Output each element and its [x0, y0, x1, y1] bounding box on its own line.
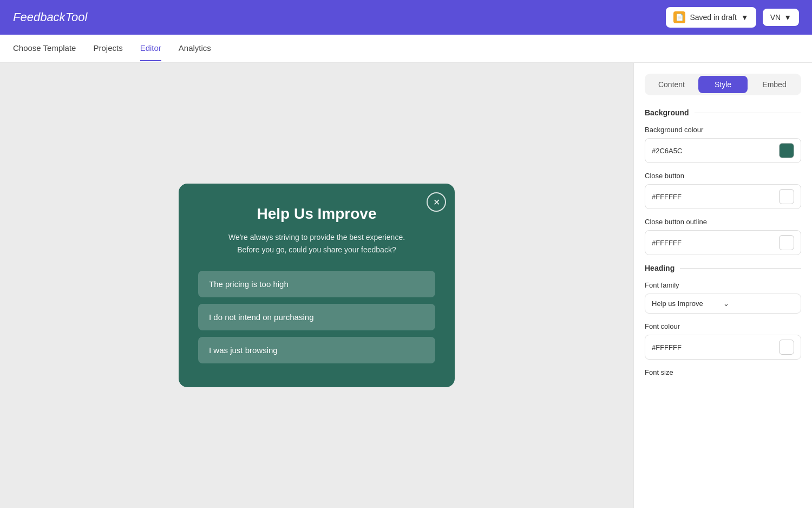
navigation: Choose Template Projects Editor Analytic…	[0, 35, 812, 63]
close-button-outline-input-group	[645, 230, 801, 255]
font-family-dropdown[interactable]: Help us Improve ⌄	[645, 294, 801, 314]
main-content: ✕ Help Us Improve We're always striving …	[0, 63, 812, 508]
font-colour-field: Font colour	[645, 322, 801, 360]
background-section-header: Background	[645, 108, 801, 117]
font-colour-label: Font colour	[645, 322, 801, 330]
canvas: ✕ Help Us Improve We're always striving …	[0, 63, 633, 508]
header: FeedbackTool 📄 Saved in draft ▼ VN ▼	[0, 0, 812, 35]
header-right: 📄 Saved in draft ▼ VN ▼	[666, 7, 799, 28]
font-family-chevron-icon: ⌄	[723, 299, 795, 308]
font-colour-swatch[interactable]	[779, 340, 794, 355]
saved-draft-label: Saved in draft	[690, 13, 736, 22]
heading-section-title: Heading	[645, 264, 675, 272]
logo-text-italic: Tool	[66, 10, 88, 24]
font-family-label: Font family	[645, 281, 801, 289]
background-colour-label: Background colour	[645, 126, 801, 134]
option-browsing[interactable]: I was just browsing	[198, 337, 435, 363]
saved-draft-chevron-icon: ▼	[741, 13, 749, 22]
logo: FeedbackTool	[13, 10, 87, 24]
close-button-outline-field: Close button outline	[645, 218, 801, 255]
background-colour-input-group	[645, 138, 801, 163]
close-button-field: Close button	[645, 172, 801, 209]
widget-description: We're always striving to provide the bes…	[198, 231, 435, 256]
font-colour-input-group	[645, 335, 801, 360]
font-colour-input[interactable]	[652, 343, 774, 351]
background-colour-input[interactable]	[652, 147, 774, 155]
background-section-title: Background	[645, 108, 689, 117]
close-button-input-group	[645, 184, 801, 209]
background-section-divider	[695, 113, 801, 113]
option-pricing[interactable]: The pricing is too high	[198, 271, 435, 297]
draft-icon: 📄	[673, 11, 685, 23]
font-family-value: Help us Improve	[652, 299, 723, 308]
language-label: VN	[770, 13, 781, 22]
tab-embed[interactable]: Embed	[750, 76, 799, 93]
close-button-swatch[interactable]	[779, 189, 794, 204]
tab-content[interactable]: Content	[647, 76, 696, 93]
close-button-outline-input[interactable]	[652, 239, 774, 247]
background-colour-swatch[interactable]	[779, 143, 794, 158]
close-button-label: Close button	[645, 172, 801, 180]
language-chevron-icon: ▼	[784, 13, 791, 22]
close-button-outline-swatch[interactable]	[779, 235, 794, 250]
heading-section-header: Heading	[645, 264, 801, 272]
widget-close-button[interactable]: ✕	[427, 192, 446, 212]
right-panel: Content Style Embed Background Backgroun…	[633, 63, 812, 508]
font-size-label: Font size	[645, 368, 801, 376]
close-x-icon: ✕	[433, 197, 440, 207]
panel-tabs: Content Style Embed	[645, 74, 801, 95]
option-not-purchasing[interactable]: I do not intend on purchasing	[198, 304, 435, 330]
nav-item-choose-template[interactable]: Choose Template	[13, 36, 76, 61]
language-button[interactable]: VN ▼	[763, 9, 799, 26]
heading-section-divider	[680, 268, 801, 269]
widget-options-list: The pricing is too high I do not intend …	[198, 271, 435, 363]
font-size-field: Font size	[645, 368, 801, 376]
logo-text-main: Feedback	[13, 10, 66, 24]
close-button-input[interactable]	[652, 193, 774, 201]
feedback-widget: ✕ Help Us Improve We're always striving …	[179, 184, 455, 387]
saved-draft-button[interactable]: 📄 Saved in draft ▼	[666, 7, 756, 28]
font-family-field: Font family Help us Improve ⌄	[645, 281, 801, 314]
nav-item-projects[interactable]: Projects	[93, 36, 122, 61]
nav-item-editor[interactable]: Editor	[140, 36, 161, 61]
tab-style[interactable]: Style	[698, 76, 748, 93]
background-colour-field: Background colour	[645, 126, 801, 163]
nav-item-analytics[interactable]: Analytics	[179, 36, 211, 61]
widget-title: Help Us Improve	[198, 205, 435, 223]
close-button-outline-label: Close button outline	[645, 218, 801, 226]
